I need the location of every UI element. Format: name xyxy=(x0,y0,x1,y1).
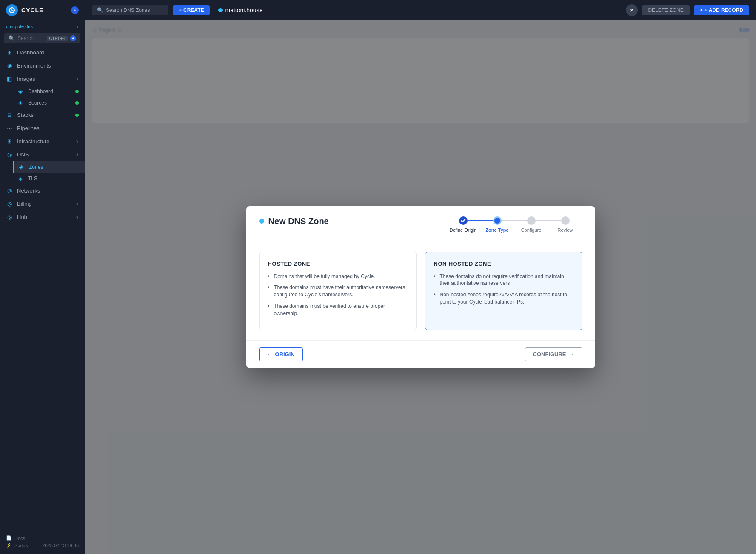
plus-icon: + xyxy=(700,7,703,13)
dns-icon: ◎ xyxy=(6,151,13,158)
hub-icon: ◎ xyxy=(6,214,13,220)
sidebar-item-label: Billing xyxy=(17,201,32,207)
pipelines-icon: ⋯ xyxy=(6,125,13,131)
non-hosted-zone-bullet-1: These domains do not require verificatio… xyxy=(434,273,573,287)
modal-title: New DNS Zone xyxy=(268,216,329,226)
svg-text:⊕: ⊕ xyxy=(74,9,76,12)
steps-labels: Define Origin Zone Type Configure Review xyxy=(446,227,582,233)
hub-badge: ⊕ xyxy=(71,6,79,14)
modal-body: HOSTED ZONE Domains that will be fully m… xyxy=(246,241,595,341)
sidebar-header: CYCLE ⊕ xyxy=(0,0,85,20)
step-label-review: Review xyxy=(548,227,582,233)
hub-chevron: ∨ xyxy=(76,24,79,29)
modal-overlay: New DNS Zone xyxy=(85,20,756,554)
search-icon: 🔍 xyxy=(97,7,103,13)
networks-icon: ◎ xyxy=(6,188,13,194)
infrastructure-chevron: ∨ xyxy=(76,139,79,144)
sidebar-item-label: Hub xyxy=(17,214,27,220)
search-text: Search DNS Zones xyxy=(106,7,150,13)
sidebar-item-environments[interactable]: ◉ Environments xyxy=(0,59,85,72)
sidebar-footer: 📄 Docs ⚡ Status 2025.02.13 19:06 xyxy=(0,531,85,554)
hosted-zone-card[interactable]: HOSTED ZONE Domains that will be fully m… xyxy=(259,252,417,330)
status-label: Status xyxy=(14,543,28,548)
tls-icon: ◈ xyxy=(17,175,24,182)
step-configure xyxy=(527,216,536,225)
sidebar-item-billing[interactable]: ◎ Billing ∨ xyxy=(0,197,85,210)
sidebar-item-hub[interactable]: ◎ Hub ∨ xyxy=(0,210,85,224)
stacks-icon: ⊟ xyxy=(6,112,13,118)
sidebar-item-stacks[interactable]: ⊟ Stacks xyxy=(0,108,85,122)
non-hosted-zone-bullets: These domains do not require verificatio… xyxy=(434,273,573,306)
step-label-configure: Configure xyxy=(514,227,548,233)
sidebar-item-label: Networks xyxy=(17,188,40,194)
back-label: ORIGIN xyxy=(275,351,295,358)
search-icon: 🔍 xyxy=(9,35,15,41)
modal-steps: Define Origin Zone Type Configure Review xyxy=(446,216,582,233)
delete-zone-button[interactable]: DELETE ZONE xyxy=(642,5,689,15)
steps-track xyxy=(459,216,570,225)
sidebar-item-infrastructure[interactable]: ⊞ Infrastructure ∨ xyxy=(0,135,85,148)
hub-label[interactable]: compute.dns ∨ xyxy=(0,20,85,31)
sidebar-search[interactable]: 🔍 Search CTRL+K ● xyxy=(4,33,80,43)
hub-chevron-nav: ∨ xyxy=(76,215,79,219)
docs-row[interactable]: 📄 Docs xyxy=(6,535,79,541)
plus-icon: + xyxy=(179,7,182,13)
sidebar-item-label: Pipelines xyxy=(17,125,40,131)
modal-footer: ← ORIGIN CONFIGURE → xyxy=(246,340,595,368)
close-button[interactable]: ✕ xyxy=(626,4,638,16)
images-icon: ◧ xyxy=(6,76,13,82)
non-hosted-zone-title: NON-HOSTED ZONE xyxy=(434,261,573,267)
hosted-zone-bullet-3: These domains must be verified to ensure… xyxy=(268,303,408,317)
sidebar-item-sources[interactable]: ◈ Sources xyxy=(13,97,85,108)
sidebar-item-dashboard[interactable]: ⊞ Dashboard xyxy=(0,46,85,59)
back-arrow-icon: ← xyxy=(267,351,273,358)
sidebar-item-images[interactable]: ◧ Images ∧ xyxy=(0,72,85,85)
back-button[interactable]: ← ORIGIN xyxy=(259,347,303,361)
step-zone-type xyxy=(493,216,502,225)
domain-name: mattoni.house xyxy=(225,7,262,14)
zones-icon: ◈ xyxy=(18,164,25,170)
add-record-button[interactable]: + + ADD RECORD xyxy=(694,5,749,15)
sidebar-item-label: Environments xyxy=(17,63,51,69)
status-dot xyxy=(75,114,79,117)
create-button[interactable]: + CREATE xyxy=(173,5,210,15)
sidebar-item-networks[interactable]: ◎ Networks xyxy=(0,184,85,197)
search-placeholder: Search xyxy=(17,35,34,41)
topbar-right: ✕ DELETE ZONE + + ADD RECORD xyxy=(626,4,749,16)
status-row[interactable]: ⚡ Status 2025.02.13 19:06 xyxy=(6,543,79,548)
search-indicator: ● xyxy=(70,35,76,41)
create-label: CREATE xyxy=(183,7,204,13)
sidebar-item-images-dashboard[interactable]: ◈ Dashboard xyxy=(13,85,85,97)
status-dot xyxy=(75,90,79,93)
add-record-label: + ADD RECORD xyxy=(705,7,743,13)
status-dot xyxy=(75,101,79,105)
sidebar-item-tls[interactable]: ◈ TLS xyxy=(13,173,85,184)
sidebar-item-pipelines[interactable]: ⋯ Pipelines xyxy=(0,122,85,135)
non-hosted-zone-bullet-2: Non-hosted zones require A/AAAA records … xyxy=(434,291,573,306)
images-dashboard-icon: ◈ xyxy=(17,88,24,94)
sidebar-item-label: Zones xyxy=(29,164,43,170)
configure-label: CONFIGURE xyxy=(533,351,566,358)
sidebar-item-label: Images xyxy=(17,76,35,82)
sidebar-item-dns[interactable]: ◎ DNS ∧ xyxy=(0,148,85,161)
billing-icon: ◎ xyxy=(6,201,13,207)
docs-icon: 📄 xyxy=(6,535,12,541)
search-bar[interactable]: 🔍 Search DNS Zones xyxy=(92,5,168,15)
search-shortcut: CTRL+K xyxy=(47,36,68,41)
sidebar-item-label: Dashboard xyxy=(28,88,53,94)
sidebar-item-label: TLS xyxy=(28,176,37,182)
hub-label-text: compute.dns xyxy=(6,24,33,29)
hosted-zone-bullet-1: Domains that will be fully managed by Cy… xyxy=(268,273,408,280)
images-chevron: ∧ xyxy=(76,77,79,81)
sidebar-item-label: DNS xyxy=(17,151,29,158)
sidebar-item-zones[interactable]: ◈ Zones xyxy=(13,161,85,173)
docs-label: Docs xyxy=(14,536,25,541)
non-hosted-zone-card[interactable]: NON-HOSTED ZONE These domains do not req… xyxy=(425,252,582,330)
sidebar-item-label: Stacks xyxy=(17,112,34,118)
configure-button[interactable]: CONFIGURE → xyxy=(525,347,582,361)
sidebar: CYCLE ⊕ compute.dns ∨ 🔍 Search CTRL+K ● … xyxy=(0,0,85,554)
hosted-zone-title: HOSTED ZONE xyxy=(268,261,408,267)
modal-title-area: New DNS Zone xyxy=(259,216,329,226)
topbar: 🔍 Search DNS Zones + CREATE mattoni.hous… xyxy=(85,0,756,20)
dashboard-icon: ⊞ xyxy=(6,49,13,56)
